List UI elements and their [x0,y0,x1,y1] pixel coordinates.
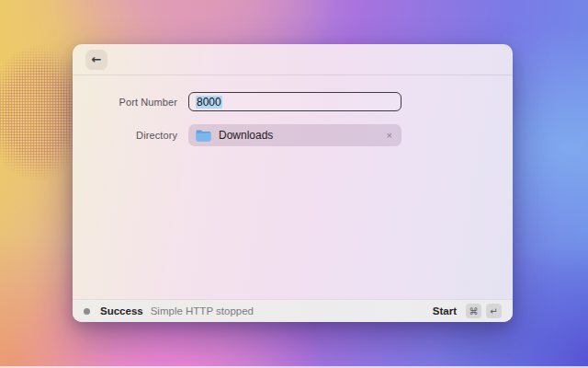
status-title: Success [100,305,143,316]
form-row-port: Port Number 8000 [73,92,513,111]
app-window: ← Port Number 8000 Directory [73,44,513,322]
directory-picker[interactable]: Downloads × [188,124,401,146]
window-header: ← [73,44,513,75]
remove-directory-icon[interactable]: × [385,129,394,143]
port-number-label: Port Number [73,97,177,108]
enter-key-icon: ↵ [486,304,502,318]
port-number-input[interactable]: 8000 [188,92,401,111]
start-action[interactable]: Start [433,305,457,316]
desktop-background: ← Port Number 8000 Directory [0,0,588,368]
folder-icon [196,130,211,142]
directory-value: Downloads [219,129,273,142]
cmd-key-icon: ⌘ [466,304,481,318]
back-button[interactable]: ← [85,50,107,70]
form-content: Port Number 8000 Directory [73,75,513,299]
directory-label: Directory [73,130,177,141]
port-number-value: 8000 [196,96,222,109]
status-dot-icon [84,308,90,315]
window-footer: Success Simple HTTP stopped Start ⌘ ↵ [73,299,513,322]
back-arrow-icon: ← [92,53,102,65]
status-message: Simple HTTP stopped [151,305,254,316]
form-row-directory: Directory Downloads × [73,124,513,146]
footer-actions: Start ⌘ ↵ [433,304,502,318]
